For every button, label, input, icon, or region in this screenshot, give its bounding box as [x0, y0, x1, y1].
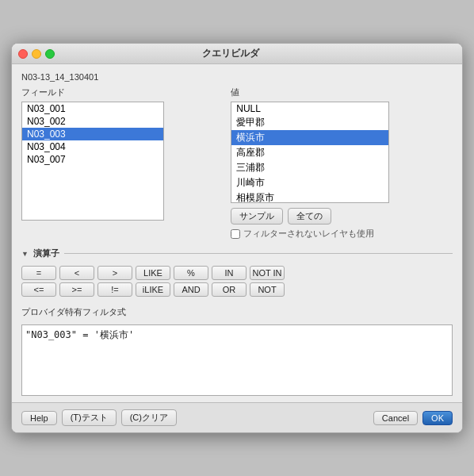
main-content: N03-13_14_130401 フィールド N03_001 N03_002 N… [12, 64, 462, 402]
operators-divider: ▼ 演算子 [21, 248, 453, 259]
sample-button[interactable]: サンプル [231, 208, 283, 225]
operators-grid: = < > LIKE % IN NOT IN <= >= != iLIKE AN… [21, 266, 453, 297]
list-item[interactable]: 横浜市 [231, 130, 388, 145]
op-eq[interactable]: = [21, 266, 56, 280]
clear-button[interactable]: (C)クリア [121, 409, 177, 426]
filter-expression[interactable]: "N03_003" = '横浜市' [21, 324, 453, 396]
list-item[interactable]: N03_002 [22, 115, 163, 128]
list-item[interactable]: 相模原市 [231, 190, 388, 203]
window-title: クエリビルダ [11, 47, 456, 60]
op-in[interactable]: IN [212, 266, 247, 280]
ok-button[interactable]: OK [422, 411, 453, 425]
list-item[interactable]: 愛甲郡 [231, 115, 388, 130]
triangle-icon: ▼ [21, 250, 29, 258]
op-percent[interactable]: % [174, 266, 208, 280]
fields-label: フィールド [21, 86, 223, 98]
values-label: 値 [231, 86, 453, 98]
filter-label: プロバイダ特有フィルタ式 [21, 306, 453, 318]
fields-listbox[interactable]: N03_001 N03_002 N03_003 N03_004 N03_007 [21, 102, 164, 221]
operator-row-2: <= >= != iLIKE AND OR NOT [21, 282, 453, 297]
list-item[interactable]: 高座郡 [231, 145, 388, 160]
unfiltered-layers-checkbox[interactable] [231, 229, 240, 239]
help-button[interactable]: Help [21, 411, 57, 425]
list-item[interactable]: N03_004 [22, 140, 163, 153]
query-builder-window: クエリビルダ N03-13_14_130401 フィールド N03_001 N0… [11, 43, 463, 433]
op-gte[interactable]: >= [59, 282, 94, 297]
checkbox-row: フィルターされないレイヤも使用 [231, 228, 453, 240]
op-notin[interactable]: NOT IN [250, 266, 285, 280]
operators-label: 演算子 [33, 248, 59, 259]
two-columns: フィールド N03_001 N03_002 N03_003 N03_004 N0… [21, 86, 453, 240]
list-item[interactable]: NULL [231, 102, 388, 115]
all-button[interactable]: 全ての [288, 208, 331, 225]
list-item[interactable]: N03_007 [22, 153, 163, 166]
op-or[interactable]: OR [212, 282, 247, 297]
op-lte[interactable]: <= [21, 282, 56, 297]
values-section: 値 NULL 愛甲郡 横浜市 高座郡 三浦郡 川崎市 相模原市 足柄下郡 足柄上… [231, 86, 453, 240]
cancel-button[interactable]: Cancel [373, 411, 418, 425]
test-button[interactable]: (T)テスト [62, 409, 117, 426]
op-ilike[interactable]: iLIKE [136, 282, 170, 297]
bottom-bar: Help (T)テスト (C)クリア Cancel OK [12, 402, 462, 432]
op-like[interactable]: LIKE [136, 266, 170, 280]
values-buttons: サンプル 全ての [231, 208, 453, 225]
values-listbox[interactable]: NULL 愛甲郡 横浜市 高座郡 三浦郡 川崎市 相模原市 足柄下郡 足柄上郡 … [231, 102, 389, 203]
db-name: N03-13_14_130401 [21, 72, 453, 82]
list-item[interactable]: 三浦郡 [231, 160, 388, 175]
operator-row-1: = < > LIKE % IN NOT IN [21, 266, 453, 280]
fields-section: フィールド N03_001 N03_002 N03_003 N03_004 N0… [21, 86, 223, 240]
op-lt[interactable]: < [59, 266, 94, 280]
list-item[interactable]: N03_001 [22, 102, 163, 115]
op-not[interactable]: NOT [250, 282, 285, 297]
checkbox-label: フィルターされないレイヤも使用 [243, 228, 374, 240]
op-gt[interactable]: > [97, 266, 132, 280]
op-and[interactable]: AND [174, 282, 208, 297]
titlebar: クエリビルダ [12, 44, 462, 64]
list-item[interactable]: N03_003 [22, 128, 163, 140]
divider-line [64, 253, 453, 254]
op-neq[interactable]: != [97, 282, 132, 297]
list-item[interactable]: 川崎市 [231, 175, 388, 190]
